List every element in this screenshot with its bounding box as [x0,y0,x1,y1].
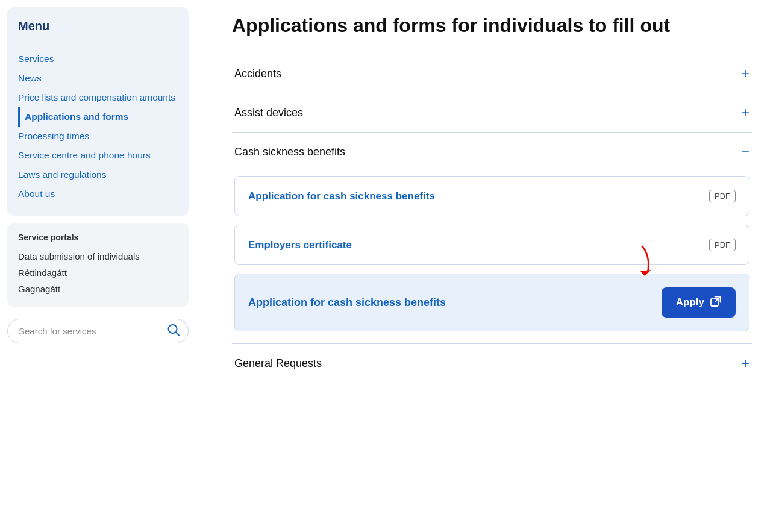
sidebar-divider [18,42,178,42]
accordion-item-general-requests: General Requests + [232,343,752,383]
form-card-cash-sickness-pdf: Application for cash sickness benefits P… [234,176,749,216]
svg-line-1 [176,332,179,335]
accordion-header-general-requests[interactable]: General Requests + [232,344,752,383]
sidebar-item-news[interactable]: News [18,69,178,88]
sidebar-portals-box: Service portals Data submission of indiv… [7,223,189,307]
accordion-item-cash-sickness: Cash sickness benefits − Application for… [232,132,752,343]
sidebar-item-applications-forms[interactable]: Applications and forms [18,107,178,127]
accordion-title-accidents: Accidents [234,67,281,80]
main-content: Applications and forms for individuals t… [196,0,776,532]
accordion-item-assist-devices: Assist devices + [232,93,752,132]
accordion-title-general-requests: General Requests [234,357,322,370]
sidebar: Menu Services News Price lists and compe… [0,0,196,532]
portal-item-data-submission[interactable]: Data submission of individuals [18,248,178,264]
sidebar-item-price-lists[interactable]: Price lists and compensation amounts [18,88,178,107]
svg-marker-2 [640,270,651,276]
form-card-employers-cert: Employers certificate PDF [234,225,749,265]
apply-button[interactable]: Apply [662,287,736,318]
sidebar-menu-title: Menu [18,19,178,33]
sidebar-item-services[interactable]: Services [18,49,178,69]
accordion-icon-assist-devices: + [741,105,749,120]
accordion-icon-general-requests: + [741,356,749,371]
apply-button-label: Apply [676,296,704,308]
accordion-icon-accidents: + [741,66,749,81]
search-input[interactable] [7,319,189,343]
sidebar-item-service-centre[interactable]: Service centre and phone hours [18,146,178,165]
accordion-body-cash-sickness: Application for cash sickness benefits P… [232,171,752,343]
accordion-title-cash-sickness: Cash sickness benefits [234,146,345,158]
sidebar-item-processing-times[interactable]: Processing times [18,127,178,146]
form-title-apply[interactable]: Application for cash sickness benefits [248,296,446,309]
accordion-icon-cash-sickness: − [741,145,749,159]
sidebar-search-box [7,319,189,343]
portal-item-gagnagatt[interactable]: Gagnagátt [18,281,178,297]
sidebar-item-about-us[interactable]: About us [18,184,178,204]
sidebar-menu-box: Menu Services News Price lists and compe… [7,7,189,216]
accordion-item-accidents: Accidents + [232,54,752,93]
accordion-title-assist-devices: Assist devices [234,107,303,119]
page-title: Applications and forms for individuals t… [232,14,752,37]
form-link-cash-sickness-pdf[interactable]: Application for cash sickness benefits [248,190,435,202]
sidebar-item-laws-regulations[interactable]: Laws and regulations [18,165,178,184]
sidebar-portals-title: Service portals [18,233,178,242]
portal-item-rettindagatt[interactable]: Réttindagátt [18,264,178,281]
external-link-icon [710,296,721,309]
accordion-header-accidents[interactable]: Accidents + [232,54,752,93]
pdf-badge-cash-sickness: PDF [709,190,736,202]
accordion-header-assist-devices[interactable]: Assist devices + [232,93,752,132]
form-link-employers-cert[interactable]: Employers certificate [248,239,352,251]
pdf-badge-employers-cert: PDF [709,239,736,251]
search-icon[interactable] [167,323,180,339]
form-card-apply: Application for cash sickness benefits A… [234,274,749,331]
accordion-header-cash-sickness[interactable]: Cash sickness benefits − [232,133,752,171]
